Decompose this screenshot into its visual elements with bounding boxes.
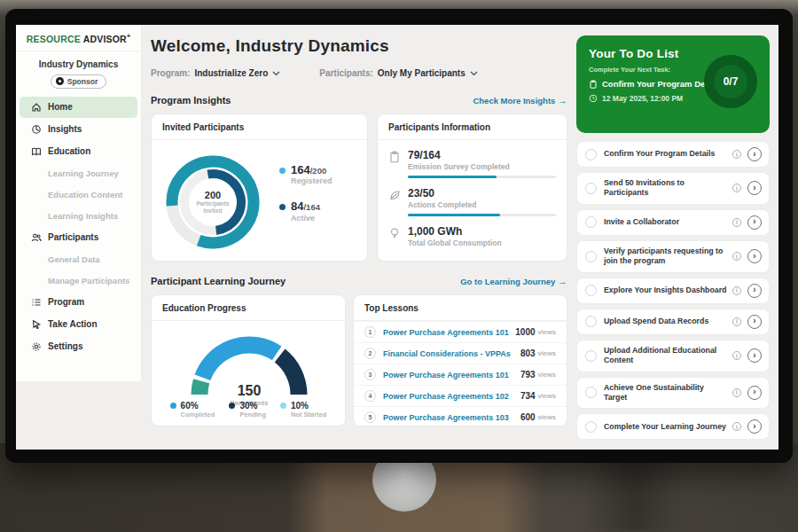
bulb-icon [388,227,401,239]
lesson-link[interactable]: Power Purchase Agreements 101 [383,371,520,379]
legend-dot [279,204,286,210]
task-checkbox[interactable] [585,350,597,362]
organization-name: Industry Dynamics [16,59,141,69]
task-checkbox[interactable] [585,216,597,228]
lesson-row: 3 Power Purchase Agreements 101 793 view… [354,364,567,385]
task-checkbox[interactable] [585,183,597,194]
card-title: Invited Participants [152,114,367,140]
task-checkbox[interactable] [585,421,597,433]
task-verify-participants[interactable]: Verify participants requesting to join t… [576,240,770,273]
info-icon[interactable]: i [732,252,741,261]
task-upload-educational-content[interactable]: Upload Additional Educational Content i … [576,340,770,372]
info-icon[interactable]: i [732,150,741,159]
gear-icon [31,341,42,352]
chevron-right-icon[interactable]: › [747,284,762,298]
sidebar-nav: Home Insights Education Learning Journey… [16,97,141,357]
clipboard-icon [388,151,401,163]
task-invite-collaborator[interactable]: Invite a Collaborator i › [576,209,770,236]
info-icon[interactable]: i [732,184,741,192]
education-progress-gauge-chart: 150 Participants [174,324,325,402]
sidebar: RESOURCE ADVISOR+ Industry Dynamics Spon… [16,25,142,381]
donut-legend: 164/200 Registered 84/164 Active [279,164,332,238]
metric-emission-survey: 79/164 Emission Survey Completed [378,140,567,178]
task-checkbox[interactable] [585,149,597,160]
chevron-right-icon[interactable]: › [747,419,762,434]
chevron-right-icon[interactable]: › [747,181,762,195]
metric-actions-completed: 23/50 Actions Completed [378,178,567,216]
info-icon[interactable]: i [732,422,741,431]
chevron-down-icon [470,71,478,76]
chevron-right-icon[interactable]: › [747,215,762,230]
people-icon [31,232,42,243]
metric-label: Actions Completed [408,200,556,209]
task-checkbox[interactable] [585,387,597,398]
legend-item-completed: 60%Completed [170,401,215,419]
monitor-bezel: RESOURCE ADVISOR+ Industry Dynamics Spon… [5,9,793,463]
sidebar-item-home[interactable]: Home [20,97,137,118]
lesson-link[interactable]: Power Purchase Agreements 103 [383,413,520,422]
sidebar-item-program[interactable]: Program [20,292,137,313]
task-explore-insights[interactable]: Explore Your Insights Dashboard i › [576,278,770,304]
metric-global-consumption: 1,000 GWh Total Global Consumption [378,216,567,247]
sidebar-item-general-data[interactable]: General Data [20,249,137,270]
task-checkbox[interactable] [585,251,597,262]
chevron-right-icon[interactable]: › [747,315,762,329]
sidebar-item-education-content[interactable]: Education Content [20,184,137,205]
lesson-rank: 3 [364,369,376,380]
participants-filter-label: Participants: [319,68,373,78]
sidebar-item-label: Insights [48,124,82,134]
clock-icon [589,94,598,103]
chevron-right-icon[interactable]: › [747,386,762,400]
collapse-tasks-link[interactable]: Collapse Tasks ∧ [576,448,770,450]
gauge-center-value: 150 [174,383,325,399]
insights-icon [31,124,42,135]
lesson-rank: 4 [364,390,376,402]
chevron-right-icon[interactable]: › [747,147,762,161]
brand-primary: RESOURCE [27,34,81,44]
sidebar-item-learning-journey[interactable]: Learning Journey [20,163,137,184]
chevron-right-icon[interactable]: › [747,249,762,263]
participants-filter-dropdown[interactable]: Participants: Only My Participants [319,68,478,78]
task-send-invitations[interactable]: Send 50 Invitations to Participants i › [576,172,770,205]
lesson-link[interactable]: Power Purchase Agreements 101 [383,328,515,337]
go-to-learning-journey-link[interactable]: Go to Learning Journey → [460,276,567,286]
participants-filter-value: Only My Participants [378,68,466,78]
section-title: Participant Learning Journey [151,276,286,286]
chevron-right-icon[interactable]: › [747,348,762,363]
lesson-views: 793 [520,370,536,379]
home-icon [31,102,42,113]
clipboard-icon [589,80,598,89]
lesson-link[interactable]: Power Purchase Agreements 102 [383,392,520,401]
task-upload-spend-data[interactable]: Upload Spend Data Records i › [576,309,770,335]
info-icon[interactable]: i [732,286,741,295]
sidebar-item-label: Program [48,297,84,307]
lesson-row: 1 Power Purchase Agreements 101 1000 vie… [354,321,567,342]
check-more-insights-link[interactable]: Check More Insights → [473,95,567,106]
sidebar-item-settings[interactable]: Settings [20,336,137,357]
sponsor-badge: Sponsor [51,74,106,89]
task-checkbox[interactable] [585,285,597,296]
info-icon[interactable]: i [732,317,741,326]
card-title: Participants Information [378,114,567,140]
task-checkbox[interactable] [585,316,597,327]
program-filter-dropdown[interactable]: Program: Industrialize Zero [151,68,280,78]
chevron-up-icon: ∧ [701,448,708,450]
task-confirm-program-details[interactable]: Confirm Your Program Details i › [576,141,770,168]
sidebar-item-education[interactable]: Education [20,141,137,162]
sidebar-item-take-action[interactable]: Take Action [20,314,137,335]
card-title: Top Lessons [354,295,567,321]
sidebar-item-learning-insights[interactable]: Learning Insights [20,206,137,226]
sidebar-item-manage-participants[interactable]: Manage Participants [20,270,137,291]
info-icon[interactable]: i [732,388,741,397]
sidebar-item-participants[interactable]: Participants [20,227,137,248]
todo-counter: 0/7 [724,75,739,88]
sidebar-item-insights[interactable]: Insights [20,119,137,140]
info-icon[interactable]: i [732,218,741,227]
task-achieve-sustainability-target[interactable]: Achieve One Sustainability Target i › [576,377,770,410]
donut-center-value: 200 [205,190,221,200]
task-complete-learning-journey[interactable]: Complete Your Learning Journey i › [576,413,770,440]
info-icon[interactable]: i [732,351,741,360]
lesson-row: 4 Power Purchase Agreements 102 734 view… [354,385,567,406]
lesson-link[interactable]: Financial Considerations - VPPAs [383,349,520,358]
sidebar-item-label: Settings [48,341,82,351]
